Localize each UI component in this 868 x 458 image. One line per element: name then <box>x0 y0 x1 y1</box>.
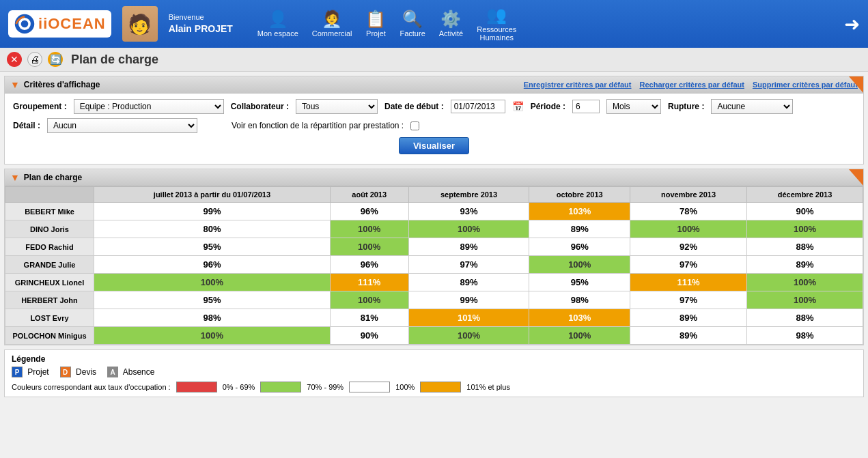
table-cell[interactable]: 89% <box>529 220 630 238</box>
save-criteria-link[interactable]: Enregistrer critères par défaut <box>524 81 632 89</box>
row-name: FEDO Rachid <box>5 238 94 256</box>
table-cell[interactable]: 81% <box>330 309 408 327</box>
legend-devis-label: Devis <box>76 367 96 377</box>
table-cell[interactable]: 90% <box>747 203 863 220</box>
table-cell[interactable]: 100% <box>94 274 331 291</box>
table-cell[interactable]: 97% <box>630 256 747 274</box>
table-cell[interactable]: 100% <box>330 238 408 256</box>
groupement-label: Groupement : <box>13 102 67 111</box>
row-name: GRANDE Julie <box>5 256 94 274</box>
nav-mon-espace[interactable]: 👤 Mon espace <box>257 11 298 38</box>
logo: iiOCEAN <box>8 10 111 38</box>
table-cell[interactable]: 97% <box>408 256 529 274</box>
visualiser-button[interactable]: Visualiser <box>399 137 469 154</box>
table-cell[interactable]: 100% <box>630 220 747 238</box>
table-cell[interactable]: 90% <box>330 327 408 345</box>
delete-criteria-link[interactable]: Supprimer critères par défaut <box>753 81 858 89</box>
rh-icon: 👥 <box>486 7 507 23</box>
table-cell[interactable]: 93% <box>408 203 529 220</box>
table-cell[interactable]: 92% <box>630 238 747 256</box>
legend-absence: A Absence <box>107 367 154 377</box>
table-cell[interactable]: 89% <box>630 309 747 327</box>
table-cell[interactable]: 78% <box>630 203 747 220</box>
table-cell[interactable]: 98% <box>529 291 630 309</box>
detail-select[interactable]: Aucun <box>47 118 197 133</box>
logout-button[interactable]: ➜ <box>844 13 860 35</box>
rupture-select[interactable]: Aucune <box>711 99 793 114</box>
avatar: 🧑 <box>122 6 158 42</box>
filter-section-header: ▼ Critères d'affichage Enregistrer critè… <box>5 76 863 94</box>
table-cell[interactable]: 95% <box>529 274 630 291</box>
table-cell[interactable]: 89% <box>630 327 747 345</box>
table-cell[interactable]: 95% <box>94 238 331 256</box>
repartition-checkbox[interactable] <box>410 121 419 130</box>
refresh-button[interactable]: 🔄 <box>48 52 63 67</box>
table-cell[interactable]: 80% <box>94 220 331 238</box>
table-cell[interactable]: 99% <box>408 291 529 309</box>
collaborateur-label: Collaborateur : <box>231 102 289 111</box>
activite-icon: ⚙️ <box>440 11 461 27</box>
nav-facture[interactable]: 🔍 Facture <box>400 11 425 38</box>
table-cell[interactable]: 100% <box>747 291 863 309</box>
table-cell[interactable]: 96% <box>330 256 408 274</box>
collapse-triangle-icon[interactable]: ▼ <box>10 79 20 90</box>
table-cell[interactable]: 100% <box>330 291 408 309</box>
filter-row-2: Détail : Aucun Voir en fonction de la ré… <box>13 118 855 133</box>
table-cell[interactable]: 100% <box>330 220 408 238</box>
table-cell[interactable]: 96% <box>330 203 408 220</box>
nav-activite-label: Activité <box>439 29 463 38</box>
table-row: GRANDE Julie96%96%97%100%97%89% <box>5 256 863 274</box>
close-button[interactable]: ✕ <box>7 52 22 67</box>
table-cell[interactable]: 111% <box>330 274 408 291</box>
table-cell[interactable]: 100% <box>408 220 529 238</box>
nav-projet[interactable]: 📋 Projet <box>365 11 386 38</box>
badge-p: P <box>12 367 23 377</box>
table-cell[interactable]: 95% <box>94 291 331 309</box>
table-cell[interactable]: 89% <box>747 256 863 274</box>
facture-icon: 🔍 <box>402 11 423 27</box>
color-green-block <box>260 382 301 392</box>
repartition-label: Voir en fonction de la répartition par p… <box>232 121 404 130</box>
table-cell[interactable]: 89% <box>408 238 529 256</box>
table-cell[interactable]: 99% <box>94 203 331 220</box>
table-cell[interactable]: 97% <box>630 291 747 309</box>
table-cell[interactable]: 100% <box>747 274 863 291</box>
nav-commercial[interactable]: 🧑‍💼 Commercial <box>312 11 352 38</box>
date-debut-input[interactable] <box>451 100 505 113</box>
table-cell[interactable]: 88% <box>747 309 863 327</box>
table-cell[interactable]: 98% <box>747 327 863 345</box>
data-collapse-triangle-icon[interactable]: ▼ <box>10 172 20 183</box>
row-name: BEBERT Mike <box>5 203 94 220</box>
groupement-select[interactable]: Equipe : Production <box>74 99 224 114</box>
print-button[interactable]: 🖨 <box>27 52 42 67</box>
plan-table: juillet 2013 à partir du 01/07/2013 août… <box>5 186 863 345</box>
table-cell[interactable]: 111% <box>630 274 747 291</box>
table-cell[interactable]: 96% <box>529 238 630 256</box>
col-dec: décembre 2013 <box>747 187 863 203</box>
table-cell[interactable]: 103% <box>529 203 630 220</box>
table-row: DINO Joris80%100%100%89%100%100% <box>5 220 863 238</box>
table-row: POLOCHON Minigus100%90%100%100%89%98% <box>5 327 863 345</box>
table-row: BEBERT Mike99%96%93%103%78%90% <box>5 203 863 220</box>
periode-input[interactable] <box>572 100 600 113</box>
table-cell[interactable]: 98% <box>94 309 331 327</box>
table-cell[interactable]: 88% <box>747 238 863 256</box>
row-name: GRINCHEUX Lionel <box>5 274 94 291</box>
table-cell[interactable]: 100% <box>529 256 630 274</box>
table-cell[interactable]: 100% <box>747 220 863 238</box>
periode-unit-select[interactable]: Mois <box>606 99 661 114</box>
table-cell[interactable]: 96% <box>94 256 331 274</box>
table-cell[interactable]: 100% <box>408 327 529 345</box>
col-name <box>5 187 94 203</box>
table-cell[interactable]: 100% <box>94 327 331 345</box>
table-cell[interactable]: 101% <box>408 309 529 327</box>
table-cell[interactable]: 100% <box>529 327 630 345</box>
calendar-icon[interactable]: 📅 <box>512 101 524 112</box>
reload-criteria-link[interactable]: Recharger critères par défaut <box>639 81 744 89</box>
nav-rh[interactable]: 👥 Ressources Humaines <box>477 7 516 42</box>
table-cell[interactable]: 89% <box>408 274 529 291</box>
nav-activite[interactable]: ⚙️ Activité <box>439 11 463 38</box>
user-name: Alain PROJET <box>169 23 233 36</box>
table-cell[interactable]: 103% <box>529 309 630 327</box>
collaborateur-select[interactable]: Tous <box>296 99 378 114</box>
